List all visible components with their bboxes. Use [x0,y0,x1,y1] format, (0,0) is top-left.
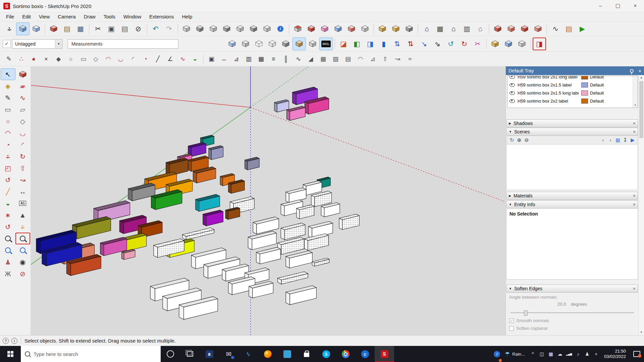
scroll-down-icon[interactable]: ▼ [633,103,638,108]
info-badge-app[interactable]: i [492,346,501,362]
collapsed-arrow-icon[interactable]: ▶ [509,122,511,125]
close-icon[interactable]: × [633,193,636,198]
scene-update-icon[interactable]: ↻ [508,136,516,144]
stairs-tool-icon[interactable]: ≡ [267,53,280,65]
angle-slider[interactable] [511,310,634,315]
section-soften-edges[interactable]: ▼ Soften Edges × [506,285,638,293]
tag-dropdown[interactable]: Untagged ▼ [12,39,62,49]
roof-tool-icon[interactable]: ◠ [354,53,367,65]
redo-icon[interactable]: ↷ [162,22,176,35]
ocl-render-icon[interactable]: OCL [319,38,333,50]
red-cube-4-icon[interactable] [531,22,545,35]
tag-color-swatch[interactable] [581,76,588,79]
tray-scrollbar[interactable]: ▲ ▼ [638,75,644,335]
tape-measure-icon[interactable]: ╱ [1,186,15,197]
structure-4-icon[interactable]: ▥ [460,22,474,35]
tray-onedrive-icon[interactable]: ☁ [555,346,565,362]
box-gray-icon[interactable] [515,38,529,50]
column-1-icon[interactable]: ▥ [243,53,255,65]
paste-icon[interactable]: ▤ [118,22,131,35]
tray-close-icon[interactable]: × [638,68,641,73]
photos-app-icon[interactable] [277,346,297,362]
scroll-up-icon[interactable]: ▲ [639,75,644,80]
group-tool-1-icon[interactable] [180,22,193,35]
menu-item-file[interactable]: File [2,12,18,21]
menu-item-window[interactable]: Window [119,12,145,21]
weather-widget[interactable]: ☂ Rain... [501,351,528,358]
structure-2-icon[interactable]: ▦ [433,22,447,35]
geolocation-help-icon[interactable]: ? [3,338,9,344]
view-iso-icon[interactable]: ◪ [337,38,350,50]
tray-chevron-icon[interactable]: ^ [528,346,537,362]
zoom-window-icon[interactable] [15,233,30,244]
minimize-button[interactable]: – [592,0,609,12]
undo-icon[interactable]: ↶ [149,22,162,35]
action-center-button[interactable] [629,351,644,357]
menu-item-help[interactable]: Help [178,12,196,21]
skype-icon[interactable]: S [316,346,336,362]
freehand-icon[interactable]: ∿ [15,92,30,104]
tag-color-swatch[interactable] [581,82,588,87]
circle-icon[interactable]: ○ [1,115,15,127]
eye-icon[interactable] [509,91,515,95]
pin-icon[interactable] [630,69,634,73]
scene-add-icon[interactable]: ⊕ [516,136,523,144]
lasso-select-icon[interactable]: ∿ [549,22,562,35]
chevron-down-icon[interactable]: ▼ [55,40,62,48]
scene-thumbnails-icon[interactable]: ▦ [614,136,622,144]
arc-tool-2-icon[interactable]: ◡ [114,53,127,65]
slider-thumb[interactable] [524,310,528,316]
scene-details-icon[interactable]: ▶ [629,136,636,144]
hatch-tool-icon[interactable]: ▨ [329,53,342,65]
viewport-canvas[interactable] [31,66,505,335]
rotate-icon[interactable]: ↻ [15,150,30,162]
red-cube-3-icon[interactable] [518,22,531,35]
scenes-body[interactable] [506,144,638,190]
group-tool-4-icon[interactable] [220,22,233,35]
export-validate-icon[interactable]: ▶ [576,22,589,35]
axes-icon[interactable]: ∗ [1,209,15,221]
expanded-arrow-icon[interactable]: ▼ [509,130,512,133]
select-icon[interactable]: ↖ [1,68,15,80]
section-shadows[interactable]: ▶ Shadows × [506,119,638,127]
style-monochrome-icon[interactable] [306,38,319,50]
measurements-input[interactable]: Measurements [68,39,178,49]
pie-tool-icon[interactable]: ◔ [139,53,152,65]
fence-tool-icon[interactable]: ║ [280,53,292,65]
arc-tool-1-icon[interactable]: ◠ [102,53,114,65]
freehand-2-icon[interactable]: ∿ [176,53,189,65]
orbit-icon[interactable]: ↺ [1,221,15,233]
tray-cast-icon[interactable]: ◫ [537,346,546,362]
arc-icon[interactable]: ◠ [1,127,15,139]
three-point-arc-icon[interactable]: ◜ [15,139,30,150]
follow-me-icon[interactable]: ↝ [15,174,30,186]
scroll-down-icon[interactable]: ▼ [639,330,644,335]
style-hiddenline-icon[interactable] [266,38,279,50]
style-backedges-icon[interactable] [239,38,252,50]
move-icon[interactable]: ↔↕ [1,150,15,162]
firefox-icon[interactable] [258,346,277,362]
eraser-icon[interactable]: ▰ [15,80,30,92]
section-entity-info[interactable]: ▼ Entity Info × [506,200,638,208]
menu-item-draw[interactable]: Draw [80,12,100,21]
solid-tool-3-icon[interactable] [318,22,331,35]
chrome-icon[interactable] [336,346,355,362]
wall-tool-icon[interactable]: ▤ [342,53,354,65]
rect-tool-icon[interactable]: ▭ [77,53,90,65]
text-icon[interactable]: A1 [15,197,30,209]
rrect-tool-icon[interactable]: ◇ [90,53,102,65]
red-cube-1-icon[interactable] [491,22,504,35]
tag-color-swatch[interactable] [581,99,588,104]
move-vertical-blue-icon[interactable]: ⇅ [390,38,404,50]
expanded-arrow-icon[interactable]: ▼ [509,203,512,206]
sandbox-1-icon[interactable] [376,22,389,35]
rotate-red-icon[interactable]: ↻ [458,38,471,50]
close-icon[interactable]: × [633,286,636,291]
mail-icon[interactable]: ✉ [219,346,238,362]
push-pull-icon[interactable]: ⇧ [15,162,30,174]
sketchup-app-icon[interactable]: S [375,346,394,362]
style-shaded-icon[interactable] [279,38,292,50]
pie-icon[interactable]: ◔ [1,139,15,150]
rectangle-icon[interactable]: ▭ [1,104,15,115]
solid-tool-6-icon[interactable] [358,22,372,35]
